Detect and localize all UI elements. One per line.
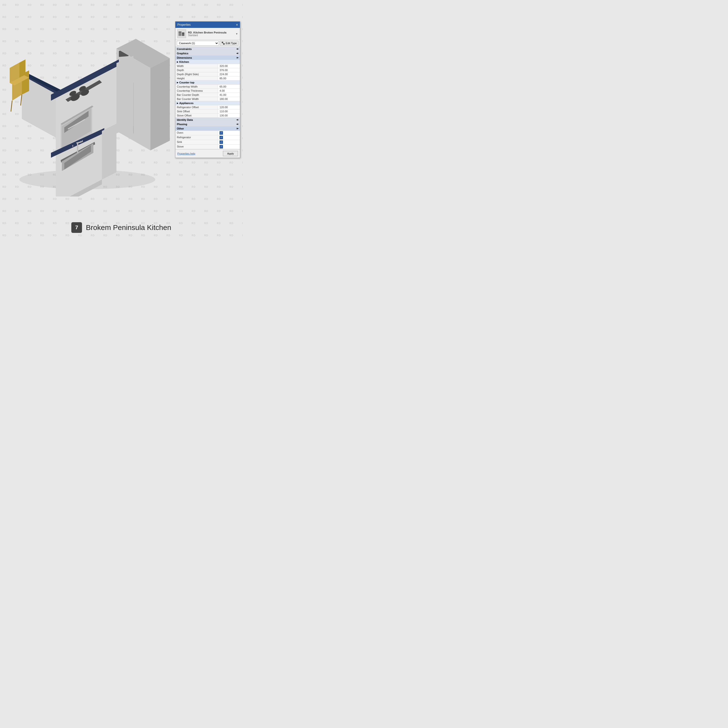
label-text: Brokem Peninsula Kitchen [86, 223, 171, 232]
panel-close-button[interactable]: × [236, 23, 238, 27]
depth-row: Depth 376.00 [175, 68, 240, 72]
label-number: 7 [71, 222, 82, 233]
phasing-section[interactable]: Phasing ≪ [175, 122, 240, 126]
kitchen-illustration [7, 15, 172, 196]
graphics-section[interactable]: Graphics ≪ [175, 51, 240, 55]
component-name: RD_Kitchen Broken Peninsula [188, 31, 234, 34]
edit-type-button[interactable]: Edit Type [220, 41, 239, 46]
oven-checkbox-indicator[interactable] [220, 131, 223, 135]
refrigerator-checkbox[interactable] [218, 135, 240, 140]
bar-counter-depth-row: Bar Counter Depth 41.00 [175, 93, 240, 97]
category-select[interactable]: Casework (1) [177, 41, 219, 46]
component-info: RD_Kitchen Broken Peninsula Standard [188, 31, 234, 37]
component-sub: Standard [188, 34, 234, 37]
properties-content: Constraints ≪ Graphics ≪ Dimensions ≫ ▶ … [175, 47, 240, 149]
dimensions-section[interactable]: Dimensions ≫ [175, 55, 240, 60]
panel-controls: Casework (1) Edit Type [175, 40, 240, 47]
refrigerator-checkbox-indicator[interactable] [220, 136, 223, 139]
countertop-thickness-row: Countertop Thickness 4.00 [175, 89, 240, 93]
stove-checkbox-indicator[interactable] [220, 145, 223, 148]
panel-header: RD_Kitchen Broken Peninsula Standard ▼ [175, 28, 240, 40]
oven-checkbox[interactable] [218, 131, 240, 135]
svg-rect-46 [182, 33, 184, 36]
svg-marker-14 [150, 58, 170, 150]
canvas-area: Properties × RD_Kitchen Broken Peninsula… [0, 0, 243, 243]
other-section[interactable]: Other ≫ [175, 126, 240, 131]
stove-checkbox[interactable] [218, 145, 240, 149]
bottom-label: 7 Brokem Peninsula Kitchen [0, 222, 243, 233]
svg-marker-22 [116, 56, 133, 133]
properties-help-link[interactable]: Properties help [177, 152, 195, 155]
svg-rect-45 [179, 32, 182, 36]
apply-button[interactable]: Apply [223, 151, 238, 156]
panel-footer: Properties help Apply [175, 149, 240, 158]
bar-counter-width-row: Bar Counter Width 180.00 [175, 97, 240, 101]
stove-row: Stove [175, 145, 240, 149]
sink-checkbox-indicator[interactable] [220, 141, 223, 144]
panel-title: Properties [177, 23, 191, 26]
sink-checkbox[interactable] [218, 140, 240, 144]
stove-offset-row: Stove Offset 130.00 [175, 113, 240, 118]
refrigerator-offset-row: Refrigerator Offset 120.00 [175, 105, 240, 109]
svg-rect-49 [222, 42, 223, 43]
sink-offset-row: Sink Offset 110.00 [175, 109, 240, 113]
svg-marker-35 [102, 124, 116, 179]
appliances-group[interactable]: ▶ Appliances [175, 101, 240, 105]
panel-titlebar: Properties × [175, 21, 240, 28]
depth-right-row: Depth (Right Side) 224.00 [175, 72, 240, 76]
properties-panel: Properties × RD_Kitchen Broken Peninsula… [175, 21, 240, 158]
height-row: Height 85.00 [175, 76, 240, 81]
refrigerator-row: Refrigerator [175, 135, 240, 140]
svg-rect-48 [182, 32, 184, 33]
countertop-group[interactable]: ▶ Counter top [175, 81, 240, 85]
component-icon [177, 29, 186, 38]
svg-marker-8 [20, 60, 26, 78]
svg-rect-47 [179, 32, 182, 32]
identity-section[interactable]: Identity Data ≪ [175, 118, 240, 122]
width-row: Width 320.00 [175, 64, 240, 68]
constraints-section[interactable]: Constraints ≪ [175, 47, 240, 51]
svg-line-11 [21, 95, 22, 106]
oven-row: Oven [175, 131, 240, 135]
sink-row: Sink [175, 140, 240, 145]
svg-rect-50 [223, 43, 225, 44]
svg-line-10 [11, 101, 12, 112]
kitchen-group[interactable]: ▶ Kitchen [175, 60, 240, 64]
countertop-width-row: Countertop Width 65.00 [175, 85, 240, 89]
dropdown-arrow-icon[interactable]: ▼ [236, 32, 238, 35]
